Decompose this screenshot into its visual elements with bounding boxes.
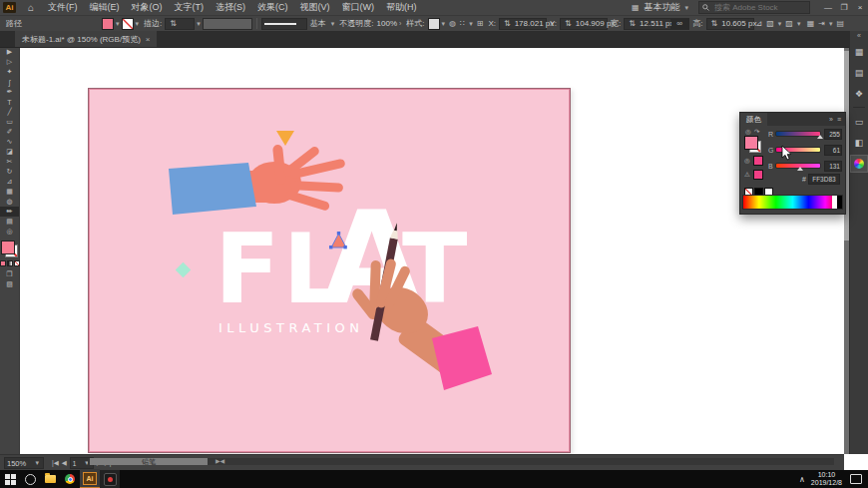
chevron-right-icon[interactable]: ›	[399, 20, 401, 27]
cortana-button[interactable]	[20, 470, 40, 488]
tool-direct-selection[interactable]: ▷	[0, 57, 19, 67]
illustrator-taskbar-button[interactable]: Ai	[80, 469, 100, 488]
gamut-warning-icon[interactable]: ◎	[745, 128, 751, 136]
width-profile-field[interactable]	[203, 18, 252, 30]
panel-fill-stroke-control[interactable]	[744, 136, 761, 153]
y-field[interactable]: ⇅ 104.909 px	[560, 18, 608, 30]
shear-icon[interactable]: ⊿	[756, 19, 763, 28]
red-value-field[interactable]: 255	[824, 129, 842, 140]
tool-scissors[interactable]: ✂	[0, 157, 19, 167]
collapse-panel-icon[interactable]: »	[829, 116, 833, 123]
taskbar-clock[interactable]: 10:10 2019/12/8	[811, 471, 842, 487]
chevron-down-icon[interactable]: ▾	[829, 20, 833, 28]
menu-edit[interactable]: 编辑(E)	[84, 1, 126, 14]
stepper-icon[interactable]: ⇅	[504, 19, 511, 28]
black-spectrum-swatch[interactable]	[837, 196, 842, 209]
menu-type[interactable]: 文字(T)	[169, 1, 211, 14]
fill-stroke-control[interactable]	[1, 241, 18, 257]
menu-file[interactable]: 文件(F)	[42, 1, 84, 14]
height-value[interactable]: 10.605 px	[721, 19, 756, 28]
tool-pen[interactable]: ✒	[0, 87, 19, 97]
zoom-level-field[interactable]: 150% ▾	[4, 457, 44, 469]
tool-free-transform[interactable]: ▦	[0, 187, 19, 197]
stepper-icon[interactable]: ⇅	[711, 19, 718, 28]
tool-rotate[interactable]: ↻	[0, 167, 19, 177]
menu-effect[interactable]: 效果(C)	[251, 1, 294, 14]
blue-value-field[interactable]: 131	[824, 161, 842, 172]
tool-rectangle[interactable]: ▭	[0, 117, 19, 127]
tool-mesh[interactable]: ▤	[0, 217, 19, 227]
menu-select[interactable]: 选择(S)	[210, 1, 251, 14]
fill-color-swatch[interactable]	[102, 18, 114, 30]
chevron-down-icon[interactable]: ▾	[469, 20, 473, 28]
chevron-down-icon[interactable]: ▾	[136, 20, 140, 28]
red-slider[interactable]	[775, 131, 821, 137]
chevron-down-icon[interactable]: ▾	[442, 20, 446, 28]
link-dimensions-button[interactable]: ∞	[671, 18, 689, 30]
gamut-color-swatch[interactable]	[753, 156, 763, 166]
stepper-icon[interactable]: ⇅	[170, 19, 177, 28]
tool-selection[interactable]: ▶	[0, 47, 19, 57]
previous-artboard-button[interactable]: ◀	[62, 459, 67, 467]
tool-paintbrush[interactable]: ✐	[0, 127, 19, 137]
artboards-panel-icon[interactable]: ▭	[851, 113, 867, 130]
close-button[interactable]: ×	[852, 3, 868, 12]
opacity-value[interactable]: 100%	[377, 19, 397, 28]
width-value[interactable]: 12.511 px	[640, 19, 674, 28]
color-panel-icon[interactable]	[850, 155, 868, 173]
transform-panel-icon[interactable]: ▦	[851, 43, 867, 60]
scrollbar-arrows-icon[interactable]: ▶◀	[216, 458, 224, 465]
screen-mode-button[interactable]: ▨	[0, 279, 19, 289]
y-value[interactable]: 104.909 px	[576, 19, 616, 28]
fill-proxy[interactable]	[1, 241, 15, 254]
action-center-icon[interactable]	[850, 474, 862, 484]
share-icon[interactable]: ⇥	[818, 19, 825, 28]
hex-value-field[interactable]: FF3D83	[808, 174, 840, 185]
tool-pencil[interactable]: ✏	[0, 207, 19, 217]
red-slider-thumb[interactable]	[817, 135, 823, 139]
tool-scale[interactable]: ⊿	[0, 177, 19, 187]
document-tab[interactable]: 未标题-1.ai* @ 150% (RGB/预览) ×	[15, 31, 157, 47]
blue-slider[interactable]	[775, 163, 821, 169]
chevron-down-icon[interactable]: ▾	[331, 20, 335, 28]
color-mode-color[interactable]	[0, 260, 6, 266]
tool-lasso[interactable]: ʃ	[0, 77, 19, 87]
start-button[interactable]	[0, 470, 20, 488]
recolor-artwork-icon[interactable]: ◍	[449, 19, 456, 28]
chevron-down-icon[interactable]: ▾	[797, 20, 801, 28]
layers-panel-icon[interactable]: ◧	[851, 134, 867, 151]
menu-object[interactable]: 对象(O)	[126, 1, 169, 14]
tool-line-segment[interactable]: ╱	[0, 107, 19, 117]
artboard[interactable]: FL A T ILLUSTRATION	[88, 88, 571, 453]
chevron-down-icon[interactable]: ▾	[778, 20, 782, 28]
chevron-down-icon[interactable]: ▾	[116, 20, 120, 28]
swatches-panel-icon[interactable]: ▤	[851, 64, 867, 81]
stroke-weight-field[interactable]: ⇅	[165, 18, 195, 30]
style-swatch[interactable]	[428, 18, 440, 30]
workspace-switcher[interactable]: ▦ 基本功能 ▾	[630, 1, 690, 14]
app-logo[interactable]: Ai	[3, 2, 16, 13]
expand-style-icon[interactable]: ▨	[785, 19, 793, 28]
tool-zoom[interactable]: ◎	[0, 227, 19, 237]
search-input[interactable]	[712, 2, 806, 13]
home-icon[interactable]: ⌂	[28, 2, 34, 13]
stock-search[interactable]	[698, 1, 810, 14]
color-mode-none[interactable]	[14, 260, 20, 266]
arrange-documents-icon[interactable]: ▦	[807, 19, 815, 28]
stroke-color-swatch[interactable]	[122, 18, 134, 30]
web-safe-icon[interactable]: ◎	[744, 157, 750, 165]
tool-shape-builder[interactable]: ◍	[0, 197, 19, 207]
docs-layout-icon[interactable]: ▤	[836, 19, 844, 28]
minimize-button[interactable]: —	[820, 3, 836, 12]
symbols-panel-icon[interactable]: ❖	[851, 85, 867, 102]
shape-mode-icon[interactable]: ▧	[766, 19, 774, 28]
file-explorer-button[interactable]	[40, 470, 60, 488]
align-icon[interactable]: ∷	[460, 19, 465, 28]
blue-slider-thumb[interactable]	[797, 167, 803, 171]
horizontal-scrollbar[interactable]: 铅笔 ▶◀	[88, 458, 834, 465]
menu-help[interactable]: 帮助(H)	[380, 1, 423, 14]
chevron-down-icon[interactable]: ▾	[197, 20, 201, 28]
close-tab-icon[interactable]: ×	[146, 35, 151, 44]
canvas-area[interactable]: FL A T ILLUSTRATION	[19, 47, 843, 454]
out-of-gamut-warning-icon[interactable]: ⚠	[744, 171, 750, 179]
